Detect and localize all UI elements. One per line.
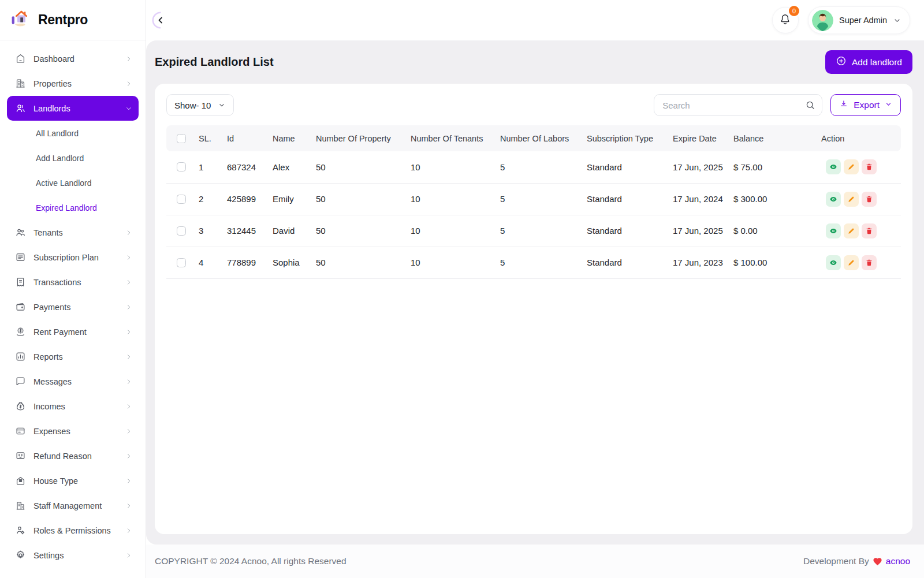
select-all-checkbox[interactable] [177, 134, 186, 143]
column-header-number-of-property: Number Of Property [316, 125, 411, 151]
sidebar-subitem-expired-landlord[interactable]: Expired Landlord [7, 195, 139, 220]
row-checkbox[interactable] [177, 162, 186, 171]
sidebar-item-reports[interactable]: Reports [7, 344, 139, 369]
table-controls: Show- 10 [166, 94, 901, 116]
table-row: 4778899Sophia50105Standard17 Jun, 2023$ … [166, 247, 901, 278]
sidebar-item-label: House Type [33, 476, 78, 486]
chevron-down-icon [885, 100, 892, 110]
view-button[interactable] [826, 255, 841, 270]
delete-button[interactable] [862, 192, 877, 207]
sidebar-item-rent-payment[interactable]: Rent Payment [7, 319, 139, 344]
view-button[interactable] [826, 192, 841, 207]
row-checkbox[interactable] [177, 258, 186, 267]
cell-balance: $ 100.00 [733, 247, 807, 278]
staff-management-icon [15, 500, 26, 511]
sidebar-item-tenants[interactable]: Tenants [7, 220, 139, 245]
pencil-icon [847, 195, 855, 203]
sidebar-item-label: Tenants [33, 228, 63, 237]
delete-button[interactable] [862, 255, 877, 270]
sidebar-item-roles-permissions[interactable]: Roles & Permissions [7, 518, 139, 543]
edit-button[interactable] [844, 159, 859, 174]
cell-id: 312445 [227, 215, 273, 247]
cell-subscription: Standard [587, 247, 673, 278]
sidebar-item-label: Staff Management [33, 501, 102, 510]
row-checkbox[interactable] [177, 195, 186, 204]
sidebar-collapse-button[interactable] [152, 12, 169, 29]
pencil-icon [847, 259, 855, 267]
user-name: Super Admin [839, 16, 887, 25]
rent-payment-icon [15, 326, 26, 337]
pencil-icon [847, 163, 855, 171]
sidebar-item-refund-reason[interactable]: Refund Reason [7, 443, 139, 468]
content-area: Expired Landlord List Add landlord Show-… [146, 40, 924, 545]
search-input[interactable] [654, 94, 822, 116]
topbar-right: 0 Super Admin [772, 6, 910, 34]
sidebar-item-messages[interactable]: Messages [7, 369, 139, 394]
sidebar-subitem-all-landlord[interactable]: All Landlord [7, 121, 139, 146]
sidebar-item-payments[interactable]: Payments [7, 294, 139, 319]
sidebar: Rentpro DashboardPropertiesLandlordsAll … [0, 0, 146, 578]
export-button[interactable]: Export [830, 94, 901, 116]
sidebar-subitem-active-landlord[interactable]: Active Landlord [7, 170, 139, 195]
cell-name: David [273, 215, 316, 247]
cell-name: Emily [273, 183, 316, 215]
chevron-right-icon [125, 502, 133, 510]
copyright-text: COPYRIGHT © 2024 Acnoo, All rights Reser… [155, 556, 346, 566]
cell-properties: 50 [316, 215, 411, 247]
refund-reason-icon [15, 450, 26, 461]
chevron-right-icon [125, 427, 133, 435]
add-landlord-button[interactable]: Add landlord [825, 50, 912, 74]
footer: COPYRIGHT © 2024 Acnoo, All rights Reser… [146, 545, 924, 578]
incomes-icon [15, 401, 26, 412]
subscription-plan-icon [15, 252, 26, 263]
sidebar-item-incomes[interactable]: Incomes [7, 394, 139, 419]
sidebar-item-landlords[interactable]: Landlords [7, 96, 139, 121]
sidebar-item-house-type[interactable]: House Type [7, 468, 139, 493]
page-header: Expired Landlord List Add landlord [155, 40, 912, 84]
properties-icon [15, 78, 26, 89]
notifications-button[interactable]: 0 [772, 7, 799, 33]
bell-icon [779, 13, 791, 27]
cell-sl: 4 [199, 247, 227, 278]
cell-tenants: 10 [411, 247, 500, 278]
sidebar-item-settings[interactable]: Settings [7, 543, 139, 568]
acnoo-link[interactable]: acnoo [886, 556, 910, 566]
show-entries-dropdown[interactable]: Show- 10 [166, 94, 234, 116]
sidebar-item-label: Properties [33, 79, 72, 88]
user-menu[interactable]: Super Admin [808, 6, 910, 34]
chevron-right-icon [125, 477, 133, 485]
trash-icon [865, 259, 873, 267]
row-checkbox[interactable] [177, 226, 186, 236]
chevron-down-icon [218, 101, 226, 109]
cell-expire: 17 Jun, 2025 [673, 151, 733, 183]
chevron-right-icon [125, 253, 133, 262]
delete-button[interactable] [862, 159, 877, 174]
cell-properties: 50 [316, 151, 411, 183]
delete-button[interactable] [862, 223, 877, 238]
brand-logo-row[interactable]: Rentpro [0, 0, 146, 40]
add-landlord-label: Add landlord [852, 57, 902, 68]
sidebar-item-expenses[interactable]: Expenses [7, 419, 139, 443]
column-header-balance: Balance [733, 125, 807, 151]
edit-button[interactable] [844, 255, 859, 270]
show-entries-label: Show- 10 [174, 100, 211, 110]
sidebar-item-dashboard[interactable]: Dashboard [7, 46, 139, 71]
sidebar-item-staff-management[interactable]: Staff Management [7, 493, 139, 518]
sidebar-item-properties[interactable]: Properties [7, 71, 139, 96]
sidebar-subitem-add-landlord[interactable]: Add Landlord [7, 146, 139, 170]
sidebar-item-label: Messages [33, 377, 72, 386]
sidebar-item-subscription-plan[interactable]: Subscription Plan [7, 245, 139, 270]
column-header-number-of-tenants: Number Of Tenants [411, 125, 500, 151]
sidebar-submenu: All LandlordAdd LandlordActive LandlordE… [7, 121, 139, 220]
edit-button[interactable] [844, 223, 859, 238]
edit-button[interactable] [844, 192, 859, 207]
cell-expire: 17 Jun, 2024 [673, 183, 733, 215]
view-button[interactable] [826, 159, 841, 174]
trash-icon [865, 227, 873, 235]
notification-badge: 0 [789, 6, 799, 16]
table-row: 3312445David50105Standard17 Jun, 2025$ 0… [166, 215, 901, 247]
landlord-table: SL.IdNameNumber Of PropertyNumber Of Ten… [166, 125, 901, 279]
view-button[interactable] [826, 223, 841, 238]
chevron-right-icon [125, 278, 133, 286]
sidebar-item-transactions[interactable]: Transactions [7, 270, 139, 294]
